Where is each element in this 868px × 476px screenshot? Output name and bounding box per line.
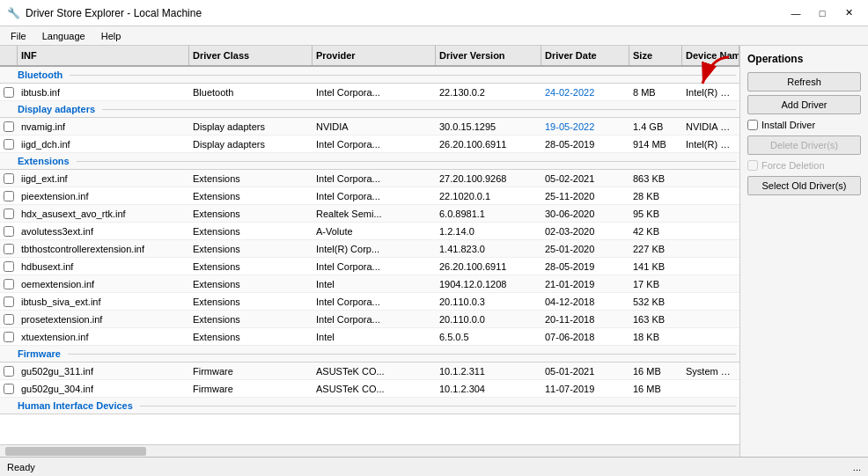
row-checkbox[interactable] [4,261,14,272]
maximize-button[interactable]: □ [810,4,835,22]
col-header-driverclass[interactable]: Driver Class [189,46,313,65]
col-header-devicename[interactable]: Device Name [682,46,739,65]
table-row[interactable]: prosetextension.inf Extensions Intel Cor… [0,311,739,328]
table-row[interactable]: tbthostcontrollerextension.inf Extension… [0,240,739,258]
cell-provider: Intel [313,330,436,344]
h-scroll-thumb[interactable] [5,447,146,456]
close-button[interactable]: ✕ [836,4,861,22]
cell-provider: Intel [313,277,436,291]
col-header-driverdate[interactable]: Driver Date [541,46,629,65]
cell-inf: nvamig.inf [18,120,189,134]
row-checkbox[interactable] [4,87,14,98]
row-checkbox-cell [0,189,18,203]
row-checkbox[interactable] [4,173,14,184]
table-row[interactable]: gu502gu_311.inf Firmware ASUSTeK CO... 1… [0,362,739,380]
row-checkbox[interactable] [4,244,14,254]
table-row[interactable]: xtuextension.inf Extensions Intel 6.5.0.… [0,328,739,346]
cell-driver-class: Firmware [189,364,313,378]
cell-provider: Intel(R) Corp... [313,242,436,256]
table-row[interactable]: oemextension.inf Extensions Intel 1904.1… [0,275,739,293]
add-driver-button[interactable]: Add Driver [747,95,861,114]
cell-size: 141 KB [629,260,682,274]
table-row[interactable]: nvamig.inf Display adapters NVIDIA 30.0.… [0,118,739,135]
row-checkbox[interactable] [4,139,14,150]
row-checkbox[interactable] [4,384,14,394]
table-row[interactable]: ibtusb_siva_ext.inf Extensions Intel Cor… [0,293,739,311]
row-checkbox[interactable] [4,279,14,289]
refresh-button[interactable]: Refresh [747,72,861,92]
col-header-checkbox [0,46,18,65]
title-bar: 🔧 Driver Store Explorer - Local Machine … [0,0,868,26]
menu-help[interactable]: Help [94,29,129,43]
row-checkbox[interactable] [4,314,14,325]
table-row[interactable]: pieextension.inf Extensions Intel Corpor… [0,187,739,205]
row-checkbox-cell [0,330,18,344]
table-panel: INF Driver Class Provider Driver Version… [0,46,740,457]
row-checkbox[interactable] [4,226,14,237]
title-bar-controls: — □ ✕ [783,4,861,22]
table-header: INF Driver Class Provider Driver Version… [0,46,739,67]
cell-driver-date: 04-12-2018 [541,295,629,309]
cell-driver-class: Extensions [189,207,313,221]
cell-provider: Intel Corpora... [313,189,436,203]
delete-driver-button[interactable]: Delete Driver(s) [747,135,861,155]
group-header: Extensions [0,153,739,170]
install-driver-label: Install Driver [761,120,815,130]
row-checkbox[interactable] [4,366,14,377]
row-checkbox[interactable] [4,121,14,132]
table-row[interactable]: hdx_asusext_avo_rtk.inf Extensions Realt… [0,205,739,223]
cell-provider: Intel Corpora... [313,172,436,186]
install-driver-checkbox[interactable] [747,120,758,130]
table-body[interactable]: Bluetooth ibtusb.inf Bluetooth Intel Cor… [0,67,739,444]
cell-driver-version: 26.20.100.6911 [436,260,541,274]
cell-device-name [682,265,739,268]
col-header-driverversion[interactable]: Driver Version [436,46,541,65]
cell-driver-version: 1.41.823.0 [436,242,541,256]
force-deletion-checkbox[interactable] [747,160,758,171]
cell-driver-class: Display adapters [189,120,313,134]
cell-driver-date: 25-01-2020 [541,242,629,256]
cell-provider: ASUSTeK CO... [313,382,436,396]
group-header: Bluetooth [0,67,739,84]
cell-driver-version: 20.110.0.0 [436,312,541,326]
status-bar: Ready ... [0,457,868,476]
select-old-drivers-button[interactable]: Select Old Driver(s) [747,176,861,195]
horizontal-scrollbar[interactable] [0,444,739,457]
table-row[interactable]: avolutess3ext.inf Extensions A-Volute 1.… [0,223,739,240]
cell-driver-class: Bluetooth [189,85,313,99]
cell-driver-version: 27.20.100.9268 [436,172,541,186]
window-title: Driver Store Explorer - Local Machine [26,7,202,19]
table-row[interactable]: iigd_ext.inf Extensions Intel Corpora...… [0,170,739,187]
cell-driver-date: 05-02-2021 [541,172,629,186]
col-header-size[interactable]: Size [629,46,682,65]
row-checkbox[interactable] [4,297,14,307]
table-row[interactable]: gu502gu_304.inf Firmware ASUSTeK CO... 1… [0,380,739,398]
cell-inf: ibtusb_siva_ext.inf [18,295,189,309]
cell-driver-version: 10.1.2.304 [436,382,541,396]
cell-size: 42 KB [629,224,682,238]
minimize-button[interactable]: — [783,4,808,22]
table-row[interactable]: iigd_dch.inf Display adapters Intel Corp… [0,135,739,153]
row-checkbox[interactable] [4,191,14,201]
cell-driver-class: Extensions [189,242,313,256]
menu-language[interactable]: Language [35,29,92,43]
row-checkbox[interactable] [4,209,14,219]
row-checkbox-cell [0,242,18,256]
cell-driver-date: 25-11-2020 [541,189,629,203]
group-header: Human Interface Devices [0,398,739,414]
menu-file[interactable]: File [4,29,33,43]
group-name: Firmware [18,348,61,359]
row-checkbox-cell [0,85,18,99]
cell-provider: Intel Corpora... [313,137,436,151]
cell-provider: Intel Corpora... [313,85,436,99]
row-checkbox[interactable] [4,332,14,342]
table-row[interactable]: ibtusb.inf Bluetooth Intel Corpora... 22… [0,84,739,101]
cell-device-name: System Firmware [682,364,739,378]
col-header-inf[interactable]: INF [18,46,189,65]
cell-driver-date: 11-07-2019 [541,382,629,396]
menu-bar: File Language Help [0,26,868,46]
col-header-provider[interactable]: Provider [313,46,436,65]
table-row[interactable]: hdbusext.inf Extensions Intel Corpora...… [0,258,739,275]
cell-driver-version: 6.5.0.5 [436,330,541,344]
cell-inf: tbthostcontrollerextension.inf [18,242,189,256]
